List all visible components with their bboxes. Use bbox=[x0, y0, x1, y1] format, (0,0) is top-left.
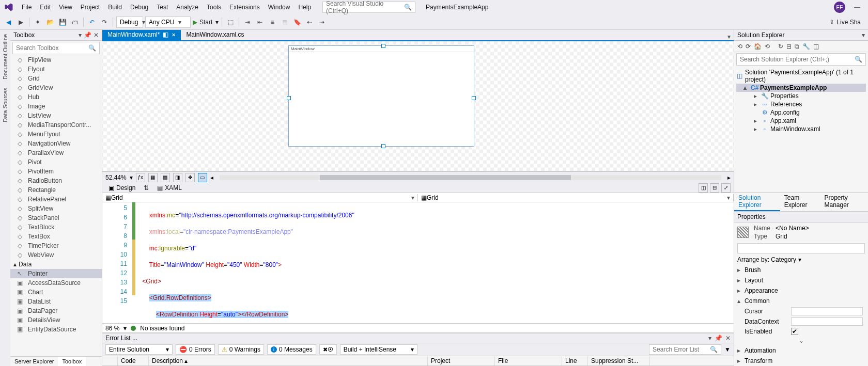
toolbox-item[interactable]: ◇Hub bbox=[10, 92, 102, 102]
error-search[interactable]: Search Error List🔍 bbox=[649, 344, 721, 355]
toolbox-item[interactable]: ◇MediaTransportContr... bbox=[10, 120, 102, 130]
source-combo[interactable]: Build + IntelliSense bbox=[340, 344, 417, 355]
toolbox-item[interactable]: ◇TimePicker bbox=[10, 241, 102, 250]
datacontext-value[interactable] bbox=[791, 317, 863, 326]
layout-icon[interactable]: ◨ bbox=[173, 173, 182, 182]
menu-extensions[interactable]: Extensions bbox=[225, 2, 264, 13]
cat-automation[interactable]: ▸Automation bbox=[734, 345, 868, 356]
tab-solution-explorer[interactable]: Solution Explorer bbox=[734, 193, 780, 211]
user-avatar[interactable]: EF bbox=[834, 2, 845, 13]
cat-brush[interactable]: ▸Brush bbox=[734, 265, 868, 275]
code-content[interactable]: xmlns:mc="http://schemas.openxmlformats.… bbox=[135, 202, 734, 323]
toolbox-item[interactable]: ◇NavigationView bbox=[10, 139, 102, 148]
properties-search[interactable] bbox=[737, 243, 865, 253]
menu-view[interactable]: View bbox=[55, 2, 76, 13]
home-icon[interactable]: ⟲ bbox=[737, 43, 742, 50]
toolbox-search[interactable]: Search Toolbox 🔍 bbox=[12, 42, 100, 54]
toolbar-icon[interactable]: ⇤ bbox=[255, 17, 265, 27]
menu-window[interactable]: Window bbox=[264, 2, 295, 13]
menu-tools[interactable]: Tools bbox=[203, 2, 225, 13]
menu-build[interactable]: Build bbox=[104, 2, 126, 13]
toolbox-item[interactable]: ◇Grid bbox=[10, 74, 102, 83]
errors-filter[interactable]: ⛔0 Errors bbox=[176, 344, 215, 355]
toolbox-item[interactable]: ◇Image bbox=[10, 102, 102, 111]
toolbar-icon[interactable]: ⇠ bbox=[304, 17, 315, 27]
server-explorer-tab[interactable]: Server Explorer bbox=[10, 357, 58, 366]
menu-test[interactable]: Test bbox=[152, 2, 172, 13]
toolbox-item[interactable]: ◇SplitView bbox=[10, 204, 102, 213]
design-tab[interactable]: ▣ Design bbox=[105, 183, 138, 193]
toolbox-item[interactable]: ◇ListView bbox=[10, 111, 102, 120]
toolbox-tab[interactable]: Toolbox bbox=[58, 357, 86, 366]
expand-icon[interactable]: ⌄ bbox=[734, 336, 868, 345]
cursor-value[interactable] bbox=[791, 307, 863, 315]
properties-icon[interactable]: 🔧 bbox=[802, 43, 810, 50]
minimize-button[interactable]: — bbox=[849, 4, 865, 11]
arrange-by[interactable]: Arrange by: Category bbox=[734, 254, 868, 265]
scroll-left-icon[interactable]: ◂ bbox=[210, 174, 213, 181]
toolbox-item[interactable]: ▣EntityDataSource bbox=[10, 325, 102, 334]
platform-combo[interactable]: Any CPU bbox=[145, 17, 191, 28]
toolbox-item[interactable]: ▣DataPager bbox=[10, 306, 102, 315]
menu-edit[interactable]: Edit bbox=[36, 2, 55, 13]
undo-icon[interactable]: ↶ bbox=[87, 17, 97, 27]
filter-icon[interactable]: ✖⦿ bbox=[319, 344, 337, 355]
design-canvas[interactable]: MainWindow bbox=[288, 45, 474, 147]
nav-back-button[interactable]: ◀ bbox=[3, 17, 13, 27]
sync-icon[interactable]: ⟲ bbox=[765, 43, 770, 50]
toolbox-item[interactable]: ◇FlipView bbox=[10, 55, 102, 65]
toolbox-item[interactable]: ◇TextBox bbox=[10, 232, 102, 241]
expand-icon[interactable]: ⤢ bbox=[721, 183, 731, 193]
close-icon[interactable]: ✕ bbox=[725, 335, 731, 342]
toolbar-icon[interactable]: ⇢ bbox=[317, 17, 327, 27]
scroll-right-icon[interactable]: ▸ bbox=[727, 174, 731, 181]
redo-icon[interactable]: ↷ bbox=[99, 17, 110, 27]
new-project-icon[interactable]: ✦ bbox=[33, 17, 43, 27]
toolbox-item[interactable]: ◇RadioButton bbox=[10, 176, 102, 185]
toolbox-item[interactable]: ▣DataList bbox=[10, 297, 102, 306]
menu-file[interactable]: File bbox=[18, 2, 36, 13]
menu-debug[interactable]: Debug bbox=[126, 2, 152, 13]
toolbox-item[interactable]: ▣AccessDataSource bbox=[10, 278, 102, 288]
toolbox-item[interactable]: ◇Rectangle bbox=[10, 185, 102, 195]
dropdown-icon[interactable]: ▾ bbox=[708, 335, 711, 342]
cat-transform[interactable]: ▸Transform bbox=[734, 356, 868, 366]
swap-icon[interactable]: ⇅ bbox=[144, 184, 149, 192]
toolbar-icon[interactable]: ≡ bbox=[267, 17, 277, 27]
toolbox-item[interactable]: ↖Pointer bbox=[10, 269, 102, 278]
start-debug-button[interactable]: ▶Start bbox=[193, 19, 219, 26]
effects-icon[interactable]: ƒx bbox=[136, 173, 145, 182]
cat-common[interactable]: ▴Common bbox=[734, 296, 868, 306]
scope-combo[interactable]: Entire Solution bbox=[105, 344, 173, 355]
xaml-designer-surface[interactable]: MainWindow bbox=[102, 41, 734, 171]
doc-outline-tab[interactable]: Document Outline bbox=[1, 30, 9, 84]
menu-project[interactable]: Project bbox=[76, 2, 104, 13]
xaml-tab[interactable]: ▤ XAML bbox=[154, 183, 185, 193]
live-share-button[interactable]: ⇪Live Sha bbox=[829, 19, 865, 26]
config-combo[interactable]: Debug bbox=[116, 17, 143, 28]
toolbox-item[interactable]: ◇GridView bbox=[10, 83, 102, 92]
toolbox-item[interactable]: ◇Pivot bbox=[10, 157, 102, 167]
tab-mainwindow-xaml[interactable]: MainWindow.xaml*◧✕ bbox=[102, 30, 181, 40]
toolbox-group-data[interactable]: ▴Data bbox=[10, 260, 102, 269]
dropdown-icon[interactable]: ▾ bbox=[79, 31, 82, 39]
toolbox-item[interactable]: ◇RelativePanel bbox=[10, 195, 102, 204]
warnings-filter[interactable]: ⚠0 Warnings bbox=[218, 344, 264, 355]
grid-icon[interactable]: ▦ bbox=[148, 173, 158, 182]
collapse-icon[interactable]: ⊟ bbox=[786, 43, 792, 50]
quick-launch-search[interactable]: Search Visual Studio (Ctrl+Q) 🔍 bbox=[322, 2, 415, 13]
toolbox-item[interactable]: ◇ParallaxView bbox=[10, 148, 102, 157]
menu-analyze[interactable]: Analyze bbox=[172, 2, 203, 13]
bc-left[interactable]: ▦ Grid bbox=[102, 194, 418, 201]
toolbar-icon[interactable]: ≣ bbox=[280, 17, 290, 27]
filter-icon[interactable]: ▼ bbox=[724, 346, 731, 353]
data-sources-tab[interactable]: Data Sources bbox=[1, 84, 9, 126]
toolbox-item[interactable]: ◇MenuFlyout bbox=[10, 130, 102, 139]
tab-team-explorer[interactable]: Team Explorer bbox=[780, 193, 820, 211]
cat-appearance[interactable]: ▸Appearance bbox=[734, 285, 868, 296]
pin-icon[interactable]: 📌 bbox=[715, 335, 722, 342]
bc-right[interactable]: ▦ Grid bbox=[418, 194, 734, 201]
refresh-icon[interactable]: ↻ bbox=[778, 43, 783, 50]
code-zoom[interactable]: 86 % bbox=[105, 325, 119, 332]
toolbox-item[interactable]: ◇WebView bbox=[10, 250, 102, 260]
